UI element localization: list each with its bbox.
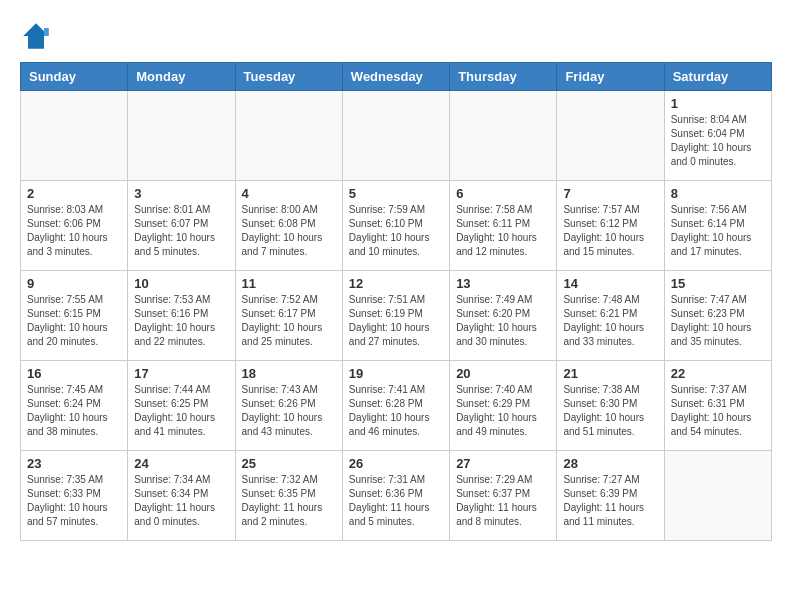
- calendar-day-cell: 12Sunrise: 7:51 AM Sunset: 6:19 PM Dayli…: [342, 271, 449, 361]
- day-number: 12: [349, 276, 443, 291]
- day-info: Sunrise: 7:41 AM Sunset: 6:28 PM Dayligh…: [349, 383, 443, 439]
- day-number: 8: [671, 186, 765, 201]
- calendar-day-cell: [342, 91, 449, 181]
- calendar-day-cell: 22Sunrise: 7:37 AM Sunset: 6:31 PM Dayli…: [664, 361, 771, 451]
- day-info: Sunrise: 8:01 AM Sunset: 6:07 PM Dayligh…: [134, 203, 228, 259]
- calendar-day-cell: 13Sunrise: 7:49 AM Sunset: 6:20 PM Dayli…: [450, 271, 557, 361]
- calendar-day-cell: 20Sunrise: 7:40 AM Sunset: 6:29 PM Dayli…: [450, 361, 557, 451]
- calendar-day-cell: 5Sunrise: 7:59 AM Sunset: 6:10 PM Daylig…: [342, 181, 449, 271]
- day-number: 22: [671, 366, 765, 381]
- day-number: 26: [349, 456, 443, 471]
- day-info: Sunrise: 7:43 AM Sunset: 6:26 PM Dayligh…: [242, 383, 336, 439]
- calendar-day-cell: 17Sunrise: 7:44 AM Sunset: 6:25 PM Dayli…: [128, 361, 235, 451]
- calendar-day-cell: 21Sunrise: 7:38 AM Sunset: 6:30 PM Dayli…: [557, 361, 664, 451]
- calendar-day-cell: 23Sunrise: 7:35 AM Sunset: 6:33 PM Dayli…: [21, 451, 128, 541]
- day-info: Sunrise: 7:29 AM Sunset: 6:37 PM Dayligh…: [456, 473, 550, 529]
- day-info: Sunrise: 7:49 AM Sunset: 6:20 PM Dayligh…: [456, 293, 550, 349]
- day-number: 5: [349, 186, 443, 201]
- weekday-header: Thursday: [450, 63, 557, 91]
- calendar-day-cell: 18Sunrise: 7:43 AM Sunset: 6:26 PM Dayli…: [235, 361, 342, 451]
- day-number: 14: [563, 276, 657, 291]
- day-info: Sunrise: 7:32 AM Sunset: 6:35 PM Dayligh…: [242, 473, 336, 529]
- day-info: Sunrise: 8:00 AM Sunset: 6:08 PM Dayligh…: [242, 203, 336, 259]
- calendar-week-row: 16Sunrise: 7:45 AM Sunset: 6:24 PM Dayli…: [21, 361, 772, 451]
- calendar-day-cell: 8Sunrise: 7:56 AM Sunset: 6:14 PM Daylig…: [664, 181, 771, 271]
- day-number: 13: [456, 276, 550, 291]
- calendar-table: SundayMondayTuesdayWednesdayThursdayFrid…: [20, 62, 772, 541]
- calendar-day-cell: 27Sunrise: 7:29 AM Sunset: 6:37 PM Dayli…: [450, 451, 557, 541]
- day-info: Sunrise: 7:52 AM Sunset: 6:17 PM Dayligh…: [242, 293, 336, 349]
- day-number: 20: [456, 366, 550, 381]
- day-info: Sunrise: 7:57 AM Sunset: 6:12 PM Dayligh…: [563, 203, 657, 259]
- day-number: 11: [242, 276, 336, 291]
- logo: [20, 20, 56, 52]
- day-info: Sunrise: 7:53 AM Sunset: 6:16 PM Dayligh…: [134, 293, 228, 349]
- day-info: Sunrise: 8:04 AM Sunset: 6:04 PM Dayligh…: [671, 113, 765, 169]
- weekday-header: Monday: [128, 63, 235, 91]
- calendar-day-cell: 4Sunrise: 8:00 AM Sunset: 6:08 PM Daylig…: [235, 181, 342, 271]
- day-info: Sunrise: 7:55 AM Sunset: 6:15 PM Dayligh…: [27, 293, 121, 349]
- calendar-day-cell: [21, 91, 128, 181]
- weekday-header: Saturday: [664, 63, 771, 91]
- day-number: 3: [134, 186, 228, 201]
- calendar-day-cell: 10Sunrise: 7:53 AM Sunset: 6:16 PM Dayli…: [128, 271, 235, 361]
- calendar-day-cell: 11Sunrise: 7:52 AM Sunset: 6:17 PM Dayli…: [235, 271, 342, 361]
- calendar-day-cell: [450, 91, 557, 181]
- calendar-day-cell: 16Sunrise: 7:45 AM Sunset: 6:24 PM Dayli…: [21, 361, 128, 451]
- day-info: Sunrise: 7:35 AM Sunset: 6:33 PM Dayligh…: [27, 473, 121, 529]
- day-number: 1: [671, 96, 765, 111]
- day-number: 2: [27, 186, 121, 201]
- day-info: Sunrise: 7:48 AM Sunset: 6:21 PM Dayligh…: [563, 293, 657, 349]
- calendar-day-cell: 15Sunrise: 7:47 AM Sunset: 6:23 PM Dayli…: [664, 271, 771, 361]
- calendar-day-cell: [128, 91, 235, 181]
- day-number: 21: [563, 366, 657, 381]
- day-number: 25: [242, 456, 336, 471]
- day-number: 10: [134, 276, 228, 291]
- calendar-day-cell: 24Sunrise: 7:34 AM Sunset: 6:34 PM Dayli…: [128, 451, 235, 541]
- day-info: Sunrise: 8:03 AM Sunset: 6:06 PM Dayligh…: [27, 203, 121, 259]
- calendar-day-cell: [664, 451, 771, 541]
- day-number: 17: [134, 366, 228, 381]
- day-info: Sunrise: 7:58 AM Sunset: 6:11 PM Dayligh…: [456, 203, 550, 259]
- day-info: Sunrise: 7:38 AM Sunset: 6:30 PM Dayligh…: [563, 383, 657, 439]
- calendar-day-cell: 3Sunrise: 8:01 AM Sunset: 6:07 PM Daylig…: [128, 181, 235, 271]
- day-number: 19: [349, 366, 443, 381]
- svg-marker-1: [44, 28, 49, 36]
- calendar-day-cell: 26Sunrise: 7:31 AM Sunset: 6:36 PM Dayli…: [342, 451, 449, 541]
- calendar-week-row: 2Sunrise: 8:03 AM Sunset: 6:06 PM Daylig…: [21, 181, 772, 271]
- calendar-day-cell: 7Sunrise: 7:57 AM Sunset: 6:12 PM Daylig…: [557, 181, 664, 271]
- weekday-header: Tuesday: [235, 63, 342, 91]
- calendar-day-cell: [557, 91, 664, 181]
- day-number: 16: [27, 366, 121, 381]
- day-number: 24: [134, 456, 228, 471]
- calendar-day-cell: 9Sunrise: 7:55 AM Sunset: 6:15 PM Daylig…: [21, 271, 128, 361]
- day-info: Sunrise: 7:37 AM Sunset: 6:31 PM Dayligh…: [671, 383, 765, 439]
- calendar-day-cell: [235, 91, 342, 181]
- day-number: 7: [563, 186, 657, 201]
- day-info: Sunrise: 7:45 AM Sunset: 6:24 PM Dayligh…: [27, 383, 121, 439]
- calendar-week-row: 23Sunrise: 7:35 AM Sunset: 6:33 PM Dayli…: [21, 451, 772, 541]
- calendar-week-row: 9Sunrise: 7:55 AM Sunset: 6:15 PM Daylig…: [21, 271, 772, 361]
- calendar-day-cell: 25Sunrise: 7:32 AM Sunset: 6:35 PM Dayli…: [235, 451, 342, 541]
- logo-icon: [20, 20, 52, 52]
- weekday-header-row: SundayMondayTuesdayWednesdayThursdayFrid…: [21, 63, 772, 91]
- day-info: Sunrise: 7:47 AM Sunset: 6:23 PM Dayligh…: [671, 293, 765, 349]
- calendar-day-cell: 19Sunrise: 7:41 AM Sunset: 6:28 PM Dayli…: [342, 361, 449, 451]
- weekday-header: Sunday: [21, 63, 128, 91]
- page-header: [20, 20, 772, 52]
- day-number: 15: [671, 276, 765, 291]
- day-number: 28: [563, 456, 657, 471]
- day-number: 18: [242, 366, 336, 381]
- calendar-day-cell: 2Sunrise: 8:03 AM Sunset: 6:06 PM Daylig…: [21, 181, 128, 271]
- day-number: 27: [456, 456, 550, 471]
- day-info: Sunrise: 7:34 AM Sunset: 6:34 PM Dayligh…: [134, 473, 228, 529]
- calendar-day-cell: 6Sunrise: 7:58 AM Sunset: 6:11 PM Daylig…: [450, 181, 557, 271]
- day-info: Sunrise: 7:44 AM Sunset: 6:25 PM Dayligh…: [134, 383, 228, 439]
- day-info: Sunrise: 7:40 AM Sunset: 6:29 PM Dayligh…: [456, 383, 550, 439]
- calendar-day-cell: 28Sunrise: 7:27 AM Sunset: 6:39 PM Dayli…: [557, 451, 664, 541]
- day-info: Sunrise: 7:31 AM Sunset: 6:36 PM Dayligh…: [349, 473, 443, 529]
- day-number: 6: [456, 186, 550, 201]
- day-info: Sunrise: 7:27 AM Sunset: 6:39 PM Dayligh…: [563, 473, 657, 529]
- calendar-day-cell: 14Sunrise: 7:48 AM Sunset: 6:21 PM Dayli…: [557, 271, 664, 361]
- day-info: Sunrise: 7:59 AM Sunset: 6:10 PM Dayligh…: [349, 203, 443, 259]
